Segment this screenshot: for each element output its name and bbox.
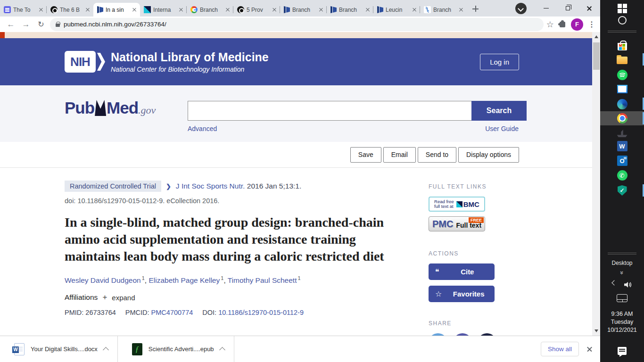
expand-button[interactable]: expand	[112, 294, 135, 302]
pubmed-logo[interactable]: Pub Med .gov	[65, 99, 156, 117]
tab-branch-3[interactable]: Branch	[327, 3, 373, 16]
touchpad-button[interactable]	[600, 294, 644, 302]
file-explorer-button[interactable]	[600, 55, 644, 64]
nih-logo[interactable]: NIH	[65, 51, 96, 73]
tab-the-6[interactable]: The 6 B	[47, 3, 93, 16]
tab-interna[interactable]: Interna	[140, 3, 187, 16]
bookmark-star-icon[interactable]: ☆	[546, 19, 554, 30]
bmc-brand: BMC	[463, 200, 479, 208]
facebook-share-icon[interactable]	[453, 333, 472, 336]
scrollbar[interactable]	[592, 32, 600, 336]
tab-close-icon[interactable]	[458, 7, 464, 13]
favorites-button[interactable]: ☆ Favorites	[429, 286, 495, 302]
shelf-close-icon[interactable]	[586, 346, 593, 352]
send-to-button[interactable]: Send to	[418, 147, 456, 163]
journal-link[interactable]: J Int Soc Sports Nutr.	[176, 182, 245, 190]
start-button[interactable]	[600, 4, 644, 13]
search-button[interactable]: Search	[471, 101, 527, 121]
pmcid-link[interactable]: PMC4700774	[151, 309, 193, 316]
tab-close-icon[interactable]	[84, 7, 91, 13]
profile-avatar[interactable]: F	[571, 18, 583, 31]
tab-close-icon[interactable]	[131, 7, 138, 13]
tab-label: 5 Prov	[247, 7, 269, 13]
ship-app-button[interactable]	[600, 128, 644, 137]
desktop-expand-button[interactable]: »	[600, 269, 644, 276]
author-link[interactable]: Elizabeth Page Kelley	[149, 276, 220, 284]
taskbar-separator	[608, 31, 636, 31]
author-affil-sup: 1	[297, 275, 300, 281]
twitter-share-icon[interactable]	[429, 333, 447, 336]
word-button[interactable]: W	[600, 141, 644, 151]
tab-close-icon[interactable]	[411, 7, 418, 13]
back-icon[interactable]: ←	[5, 18, 17, 31]
login-button[interactable]: Log in	[480, 54, 519, 70]
reload-icon[interactable]: ↻	[35, 18, 47, 31]
edge-button[interactable]	[600, 99, 644, 109]
tab-close-icon[interactable]	[318, 7, 324, 13]
close-button[interactable]	[578, 0, 600, 16]
whatsapp-button[interactable]: ✆	[600, 170, 644, 181]
address-bar[interactable]: pubmed.ncbi.nlm.nih.gov/26733764/	[50, 18, 544, 31]
ms-store-button[interactable]	[600, 41, 644, 50]
user-guide-link[interactable]: User Guide	[485, 125, 519, 132]
permalink-share-icon[interactable]	[478, 333, 496, 336]
download-item-epub[interactable]: ƒ Scientific Adverti....epub	[118, 336, 234, 362]
tab-close-icon[interactable]	[364, 7, 371, 13]
show-all-button[interactable]: Show all	[541, 342, 579, 356]
lock-icon[interactable]	[56, 24, 60, 27]
bmc-icon	[144, 6, 151, 13]
scrollbar-thumb[interactable]	[593, 42, 600, 70]
hidden-icons-chevron[interactable]	[611, 280, 617, 285]
minimize-button[interactable]	[535, 0, 557, 16]
tab-the-to[interactable]: The To	[0, 3, 47, 16]
doi-link[interactable]: 10.1186/s12970-015-0112-9	[218, 309, 304, 316]
plus-icon[interactable]: +	[102, 293, 107, 302]
tab-active-pubmed[interactable]: In a sin	[93, 3, 140, 16]
chrome-button-active[interactable]	[600, 111, 644, 125]
display-options-button[interactable]: Display options	[458, 147, 519, 163]
download-bubble-icon[interactable]	[515, 3, 527, 14]
volume-icon[interactable]	[624, 281, 632, 288]
cite-button[interactable]: ❝ Cite	[429, 263, 495, 280]
clock[interactable]: 9:36 AM Tuesday 10/12/2021	[600, 310, 644, 334]
spotify-button[interactable]	[600, 70, 644, 80]
cortana-button[interactable]	[600, 16, 644, 25]
save-button[interactable]: Save	[350, 147, 381, 163]
scroll-up-arrow[interactable]	[592, 33, 600, 41]
pubmed-icon	[97, 6, 103, 13]
email-button[interactable]: Email	[383, 147, 416, 163]
menu-dots-icon[interactable]: ⋮	[588, 20, 595, 29]
new-tab-button[interactable]	[470, 3, 482, 15]
forward-icon[interactable]: →	[20, 18, 32, 31]
scroll-down-arrow[interactable]	[592, 327, 600, 335]
action-center-button[interactable]	[600, 347, 644, 355]
tab-close-icon[interactable]	[224, 7, 231, 13]
download-item-docx[interactable]: Your Digital Skills....docx	[0, 336, 118, 362]
tab-close-icon[interactable]	[271, 7, 278, 13]
tab-leucin[interactable]: Leucin	[373, 3, 420, 16]
author-link[interactable]: Timothy Paul Scheett	[228, 276, 297, 284]
tab-branch-1[interactable]: Branch	[187, 3, 233, 16]
bmc-full-text-button[interactable]: Read freefull text at BMC	[429, 197, 485, 212]
outlook-button[interactable]: O	[600, 156, 644, 166]
author-link[interactable]: Wesley David Dudgeon	[65, 276, 141, 284]
publication-type-badge[interactable]: Randomized Controlled Trial	[65, 181, 161, 192]
bmc-logo-icon	[456, 201, 462, 207]
extensions-icon[interactable]	[560, 22, 565, 27]
tab-close-icon[interactable]	[38, 7, 44, 13]
nlm-title[interactable]: National Library of Medicine	[111, 50, 269, 64]
chevron-up-icon[interactable]	[103, 347, 109, 353]
tab-close-icon[interactable]	[178, 7, 184, 13]
tab-branch-2[interactable]: Branch	[280, 3, 327, 16]
tab-branch-4[interactable]: Branch	[420, 3, 467, 16]
tab-5-prov[interactable]: 5 Prov	[233, 3, 280, 16]
pmc-full-text-button[interactable]: PMC Full text FREE	[429, 216, 485, 231]
mail-button[interactable]	[600, 85, 644, 93]
chevron-up-icon[interactable]	[219, 347, 225, 353]
advanced-link[interactable]: Advanced	[188, 125, 217, 132]
url-text[interactable]: pubmed.ncbi.nlm.nih.gov/26733764/	[64, 21, 166, 28]
maximize-button[interactable]	[557, 0, 578, 16]
notes-icon	[4, 6, 11, 13]
search-input[interactable]	[188, 101, 471, 121]
antivirus-button[interactable]: ✓	[600, 185, 644, 196]
